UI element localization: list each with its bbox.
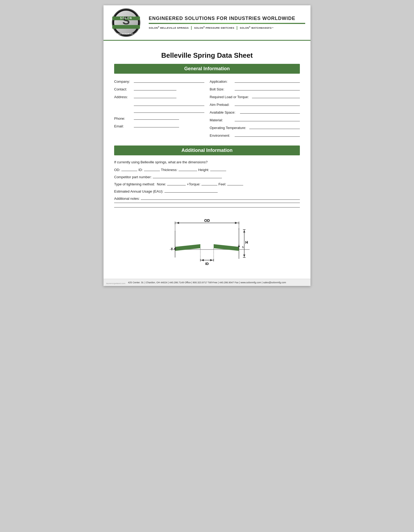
diagram: OD T h — [114, 215, 300, 268]
contact-field: Contact: — [114, 86, 204, 91]
od-input[interactable] — [121, 167, 137, 171]
required-load-input[interactable] — [252, 94, 300, 98]
page: S SOLON ® MANUFACTURING CO. Engineered — [104, 5, 310, 286]
competitor-line: Competitor part number: — [114, 174, 300, 179]
competitor-input[interactable] — [153, 174, 222, 178]
aim-preload-label: Aim Preload: — [210, 103, 234, 107]
dimensions-line: OD: ID: Thickness: Height: — [114, 167, 300, 172]
left-fields: Company: Contact: Address: — [114, 78, 204, 140]
bolt-size-input[interactable] — [235, 86, 300, 90]
svg-marker-18 — [175, 244, 200, 251]
eau-input[interactable] — [164, 188, 218, 193]
address-input-3[interactable] — [134, 109, 204, 113]
svg-marker-33 — [243, 255, 245, 257]
header: S SOLON ® MANUFACTURING CO. Engineered — [104, 5, 310, 41]
notes-line-1 — [114, 203, 300, 203]
svg-marker-38 — [210, 259, 213, 261]
svg-text:OD: OD — [204, 218, 210, 223]
svg-text:MANUFACTURING CO.: MANUFACTURING CO. — [114, 33, 138, 35]
svg-text:SOLON: SOLON — [120, 17, 132, 20]
email-field: Email: — [114, 123, 204, 128]
required-load-label: Required Load or Torque: — [210, 95, 251, 99]
phone-label: Phone: — [114, 117, 133, 120]
feel-input[interactable] — [227, 181, 243, 185]
company-label: Company: — [114, 80, 133, 84]
general-info-fields: Company: Contact: Address: — [114, 78, 300, 140]
right-fields: Application: Bolt Size: Required Load or… — [210, 78, 300, 140]
available-space-field: Available Space: — [210, 109, 300, 114]
address-label: Address: — [114, 95, 133, 99]
email-input[interactable] — [134, 123, 179, 127]
address-field: Address: — [114, 94, 204, 99]
header-tagline: Engineered Solutions for Industries Worl… — [149, 16, 305, 21]
sep-1: | — [191, 26, 192, 30]
tightening-method-line: Type of tightening method: None: +Torque… — [114, 181, 300, 186]
required-load-field: Required Load or Torque: — [210, 94, 300, 99]
svg-text:H: H — [245, 240, 248, 244]
svg-marker-12 — [176, 222, 179, 224]
header-right: Engineered Solutions for Industries Worl… — [143, 16, 305, 30]
belleville-diagram: OD T h — [154, 215, 260, 268]
product-2: SOLON® PRESSURE SWITCHES — [194, 26, 234, 29]
notes-line-2 — [114, 207, 300, 207]
main-content: Belleville Spring Data Sheet General Inf… — [104, 41, 310, 279]
notes-line: Additional notes: — [114, 196, 300, 201]
additional-fields: If currently using Belleville springs, w… — [114, 160, 300, 212]
address-input[interactable] — [134, 94, 176, 98]
svg-marker-26 — [238, 245, 240, 247]
bolt-size-label: Bolt Size: — [210, 87, 234, 91]
thickness-input[interactable] — [179, 167, 197, 171]
operating-temp-label: Operating Temperature: — [210, 126, 248, 130]
address-field-2 — [114, 102, 204, 106]
phone-field: Phone: — [114, 115, 204, 120]
aim-preload-input[interactable] — [235, 102, 300, 106]
email-label: Email: — [114, 124, 133, 128]
address-input-2[interactable] — [134, 102, 204, 106]
product-1: SOLON® BELLEVILLE SPRINGS — [149, 26, 189, 29]
id-input[interactable] — [144, 167, 160, 171]
torque-input[interactable] — [201, 181, 217, 185]
svg-marker-19 — [214, 244, 239, 251]
footer-watermark: laurencopeland.com — [106, 282, 125, 285]
environment-field: Environment: — [210, 132, 300, 138]
footer: 425 Center. St. | Chardon, OH 44024 | 44… — [104, 279, 310, 286]
company-field: Company: — [114, 78, 204, 84]
general-info-header: General Information — [114, 64, 300, 74]
header-products: SOLON® BELLEVILLE SPRINGS | SOLON® PRESS… — [149, 26, 305, 30]
application-label: Application: — [210, 80, 234, 84]
available-space-label: Available Space: — [210, 110, 239, 114]
additional-info-header: Additional Information — [114, 146, 300, 155]
address-field-3 — [114, 109, 204, 113]
svg-text:ID: ID — [205, 262, 209, 266]
header-divider — [149, 23, 305, 24]
material-field: Material: — [210, 117, 300, 122]
svg-text:T: T — [171, 247, 173, 251]
logo-svg: S SOLON ® MANUFACTURING CO. — [109, 8, 143, 37]
footer-address: 425 Center. St. | Chardon, OH 44024 | 44… — [128, 281, 286, 284]
company-input[interactable] — [134, 78, 204, 83]
contact-input[interactable] — [134, 86, 176, 90]
belleville-question: If currently using Belleville springs, w… — [114, 160, 300, 164]
environment-label: Environment: — [210, 134, 234, 138]
operating-temp-input[interactable] — [249, 125, 300, 129]
available-space-input[interactable] — [240, 109, 300, 114]
material-input[interactable] — [235, 117, 300, 121]
aim-preload-field: Aim Preload: — [210, 102, 300, 107]
page-title: Belleville Spring Data Sheet — [114, 51, 300, 60]
product-3: SOLON® WATCHMANSFG™ — [240, 26, 274, 29]
material-label: Material: — [210, 118, 234, 122]
svg-text:®: ® — [134, 16, 135, 17]
svg-text:S: S — [122, 14, 130, 27]
phone-input[interactable] — [134, 115, 179, 120]
height-input[interactable] — [210, 167, 226, 171]
none-input[interactable] — [167, 181, 186, 185]
svg-text:h: h — [242, 246, 244, 249]
bolt-size-field: Bolt Size: — [210, 86, 300, 91]
contact-label: Contact: — [114, 87, 133, 91]
notes-input[interactable] — [141, 196, 300, 200]
sep-2: | — [237, 26, 238, 30]
application-input[interactable] — [235, 78, 300, 83]
svg-marker-32 — [243, 230, 245, 232]
environment-input[interactable] — [235, 132, 300, 137]
svg-marker-13 — [235, 222, 238, 224]
